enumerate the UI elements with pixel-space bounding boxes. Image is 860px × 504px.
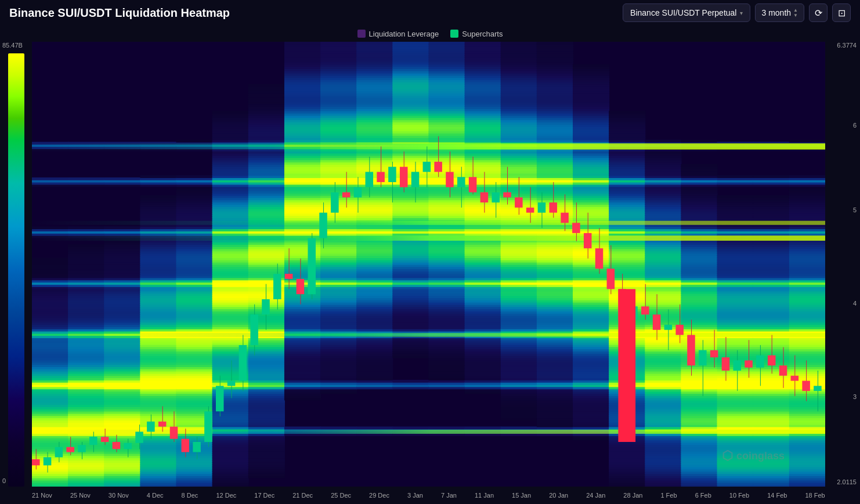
x-label-5: 12 Dec — [216, 492, 236, 499]
x-label-6: 17 Dec — [254, 492, 274, 499]
watermark-text: coinglass — [736, 450, 785, 462]
x-label-17: 1 Feb — [660, 492, 677, 499]
timeframe-label: 3 month — [761, 8, 791, 17]
x-label-18: 6 Feb — [695, 492, 711, 499]
page-title: Binance SUI/USDT Liquidation Heatmap — [9, 6, 230, 20]
x-label-21: 18 Feb — [805, 492, 825, 499]
x-label-2: 30 Nov — [109, 492, 129, 499]
x-label-12: 11 Jan — [475, 492, 494, 499]
scale-bar — [8, 53, 24, 487]
x-label-10: 3 Jan — [407, 492, 423, 499]
exchange-dropdown-arrow: ▾ — [740, 10, 743, 16]
refresh-button[interactable]: ⟳ — [809, 3, 828, 22]
x-label-14: 20 Jan — [549, 492, 568, 499]
x-label-4: 8 Dec — [182, 492, 198, 499]
x-label-9: 29 Dec — [369, 492, 389, 499]
x-label-8: 25 Dec — [331, 492, 351, 499]
x-axis-inner: 21 Nov 25 Nov 30 Nov 4 Dec 8 Dec 12 Dec … — [32, 492, 825, 499]
header-controls: Binance SUI/USDT Perpetual ▾ 3 month ▲ ▼… — [623, 3, 851, 22]
exchange-selector[interactable]: Binance SUI/USDT Perpetual ▾ — [623, 3, 750, 22]
chart-area: ⬡ coinglass — [32, 42, 825, 487]
y-axis: 6.3774 6 5 4 3 2.0115 — [825, 42, 860, 487]
x-label-13: 15 Jan — [512, 492, 531, 499]
scale-bottom-label: 0 — [2, 477, 6, 484]
header: Binance SUI/USDT Liquidation Heatmap Bin… — [0, 0, 860, 26]
timeframe-arrows: ▲ ▼ — [793, 8, 798, 18]
legend-item-supercharts: Supercharts — [450, 30, 503, 38]
watermark-icon: ⬡ — [722, 448, 733, 463]
screenshot-button[interactable]: ⊡ — [832, 3, 851, 22]
x-axis: 21 Nov 25 Nov 30 Nov 4 Dec 8 Dec 12 Dec … — [0, 487, 860, 504]
y-label-6: 6 — [853, 122, 857, 129]
legend-item-liquidation: Liquidation Leverage — [357, 30, 439, 38]
exchange-label: Binance SUI/USDT Perpetual — [630, 8, 736, 17]
scale-top-label: 85.47B — [2, 42, 23, 49]
legend-label-supercharts: Supercharts — [462, 30, 503, 38]
x-label-19: 10 Feb — [729, 492, 749, 499]
x-label-16: 28 Jan — [623, 492, 642, 499]
heatmap-canvas — [32, 42, 825, 487]
y-label-3: 3 — [853, 393, 857, 400]
timeframe-selector[interactable]: 3 month ▲ ▼ — [755, 3, 804, 22]
y-label-4: 4 — [853, 300, 857, 307]
y-label-bottom: 2.0115 — [837, 478, 857, 485]
x-label-11: 7 Jan — [441, 492, 457, 499]
x-label-0: 21 Nov — [32, 492, 52, 499]
refresh-icon: ⟳ — [815, 8, 822, 19]
legend: Liquidation Leverage Supercharts — [0, 26, 860, 42]
watermark: ⬡ coinglass — [722, 448, 785, 463]
color-scale: 85.47B 0 — [0, 42, 32, 487]
legend-dot-liquidation — [357, 30, 366, 38]
legend-dot-supercharts — [450, 30, 458, 38]
camera-icon: ⊡ — [838, 8, 845, 19]
y-label-5: 5 — [853, 206, 857, 213]
chart-container: 85.47B 0 ⬡ coinglass 6.3774 6 5 4 3 2.01… — [0, 42, 860, 487]
x-label-1: 25 Nov — [70, 492, 91, 499]
x-label-15: 24 Jan — [586, 492, 605, 499]
x-label-20: 14 Feb — [767, 492, 787, 499]
y-label-top: 6.3774 — [837, 42, 857, 49]
x-label-3: 4 Dec — [147, 492, 164, 499]
x-label-7: 21 Dec — [292, 492, 313, 499]
legend-label-liquidation: Liquidation Leverage — [369, 30, 439, 38]
